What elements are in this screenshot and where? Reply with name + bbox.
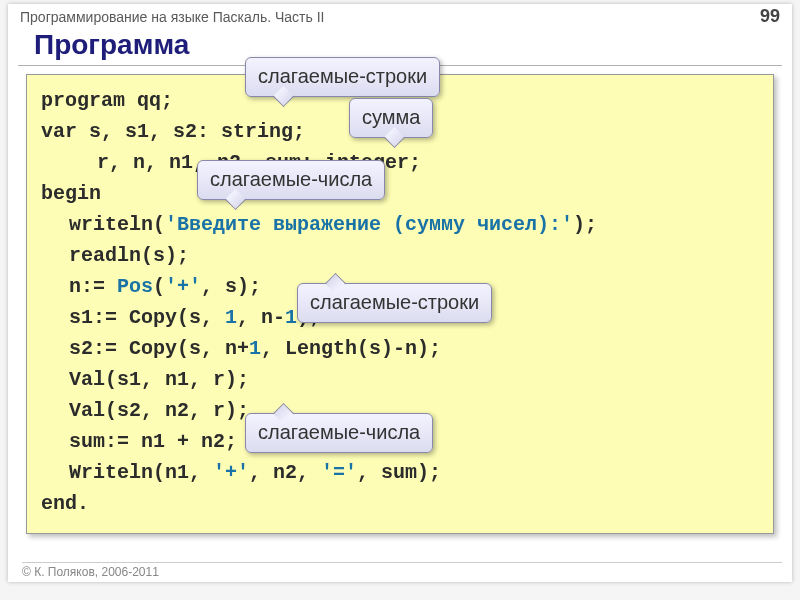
code-line: Val(s1, n1, r);	[41, 364, 759, 395]
callout-numbers-bot: слагаемые-числа	[245, 413, 433, 453]
slide-header: Программирование на языке Паскаль. Часть…	[8, 4, 792, 27]
code-line: end.	[41, 488, 759, 519]
slide-footer: © К. Поляков, 2006-2011	[22, 562, 782, 579]
callout-numbers-top: слагаемые-числа	[197, 160, 385, 200]
callout-strings-top: слагаемые-строки	[245, 57, 440, 97]
slide: Программирование на языке Паскаль. Часть…	[8, 4, 792, 582]
callout-sum: сумма	[349, 98, 433, 138]
code-line: readln(s);	[41, 240, 759, 271]
code-line: Writeln(n1, '+', n2, '=', sum);	[41, 457, 759, 488]
code-line: writeln('Введите выражение (сумму чисел)…	[41, 209, 759, 240]
header-subject: Программирование на языке Паскаль. Часть…	[20, 9, 324, 25]
code-block: program qq; var s, s1, s2: string; r, n,…	[26, 74, 774, 534]
page-number: 99	[760, 6, 780, 27]
code-line: begin	[41, 178, 759, 209]
code-line: r, n, n1, n2, sum: integer;	[41, 147, 759, 178]
code-line: s2:= Copy(s, n+1, Length(s)-n);	[41, 333, 759, 364]
callout-strings-mid: слагаемые-строки	[297, 283, 492, 323]
